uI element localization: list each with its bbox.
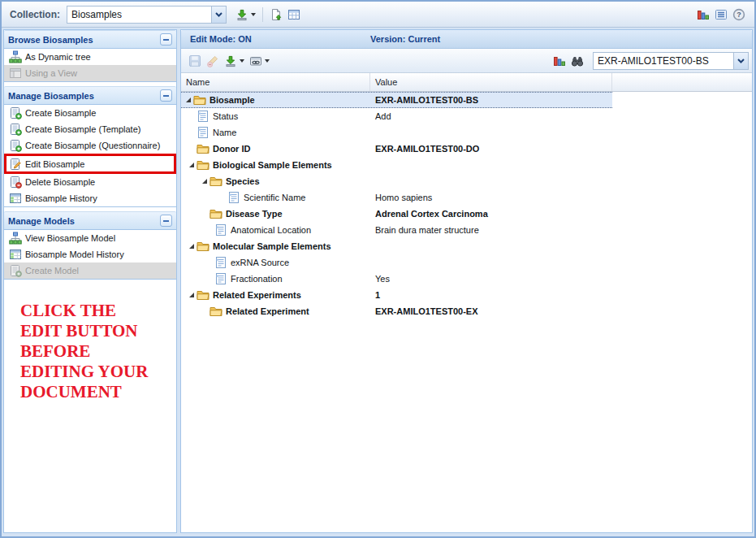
chevron-down-icon (737, 59, 745, 63)
tree-grid-body: BiosampleEXR-AMILO1TEST00-BSStatusAddNam… (181, 92, 752, 319)
tree-node-label: Disease Type (226, 209, 283, 219)
tree-cell-name: Species (181, 175, 370, 188)
expand-arrow-icon[interactable] (186, 290, 197, 301)
sidebar-item-create-biosample-questionnaire[interactable]: Create Biosample (Questionnaire) (4, 137, 176, 154)
sidebar-item-view-biosample-model[interactable]: View Biosample Model (4, 230, 176, 246)
tree-cell-name: Scientific Name (181, 191, 370, 204)
doc-delete-icon (9, 176, 22, 189)
tree-row-molecular-sample-elements[interactable]: Molecular Sample Elements (181, 238, 612, 254)
download-button[interactable] (233, 6, 258, 24)
sidebar-item-using-a-view: Using a View (4, 65, 176, 81)
sidebar-item-label: View Biosample Model (25, 233, 115, 243)
expand-arrow-icon[interactable] (186, 241, 197, 252)
panel-browse-biosamples: Browse Biosamples As Dynamic treeUsing a… (4, 30, 176, 82)
tree-cell-name: Disease Type (181, 207, 370, 220)
expand-arrow-icon[interactable] (199, 176, 210, 187)
tree-cell-name: Molecular Sample Elements (181, 240, 370, 253)
tree-row-donor-id[interactable]: Donor IDEXR-AMILO1TEST00-DO (181, 141, 612, 157)
sidebar-item-label: Create Biosample (Template) (25, 124, 140, 134)
tree-row-status[interactable]: StatusAdd (181, 108, 612, 124)
tree-cell-name: Name (181, 126, 370, 139)
leaf-icon (214, 272, 227, 285)
tree-cell-value: Yes (370, 274, 612, 284)
expand-arrow-icon[interactable] (186, 160, 197, 171)
tree-node-label: Related Experiment (226, 306, 309, 316)
record-combobox-value: EXR-AMILO1TEST00-BS (594, 53, 733, 69)
tree-node-label: Species (226, 176, 260, 186)
main-panel: Edit Mode: ON Version: Current EXR-AMILO… (180, 29, 753, 533)
tree-node-label: Status (213, 111, 238, 121)
combobox-trigger-button[interactable] (211, 7, 226, 23)
tree-cell-name: Anatomical Location (181, 223, 370, 236)
table-grid-button[interactable] (285, 6, 303, 24)
top-right-buttons: ? (694, 6, 748, 24)
annotation-note-line: EDITING YOUR (20, 362, 176, 382)
help-icon: ? (732, 8, 745, 21)
tree-row-anatomical-location[interactable]: Anatomical LocationBrain dura mater stru… (181, 222, 612, 238)
folder-icon (210, 175, 222, 188)
tree-cell-name: Related Experiment (181, 305, 370, 318)
tree-row-fractionation[interactable]: FractionationYes (181, 271, 612, 287)
panel-body: As Dynamic treeUsing a View (4, 49, 176, 81)
tree-row-disease-type[interactable]: Disease TypeAdrenal Cortex Carcinoma (181, 206, 612, 222)
tree-indent (204, 258, 214, 268)
download-icon (224, 54, 237, 67)
version-status: Version: Current (370, 34, 440, 44)
bar-chart-button[interactable] (694, 6, 712, 24)
expand-arrow-icon[interactable] (183, 95, 193, 106)
leaf-icon (227, 191, 240, 204)
column-header-filler (612, 73, 752, 91)
binoculars-button[interactable] (568, 52, 586, 70)
download-button[interactable] (222, 52, 247, 70)
list-view-button[interactable] (712, 6, 730, 24)
sidebar-item-biosample-history[interactable]: Biosample History (4, 190, 176, 206)
tree-node-label: Related Experiments (213, 290, 301, 300)
collapse-icon[interactable] (160, 89, 172, 102)
upload-page-button[interactable] (267, 6, 285, 24)
tree-row-related-experiment[interactable]: Related ExperimentEXR-AMILO1TEST00-EX (181, 303, 612, 319)
combobox-trigger-button[interactable] (733, 53, 748, 69)
record-combobox[interactable]: EXR-AMILO1TEST00-BS (593, 52, 749, 70)
tree-node-label: Biosample (210, 95, 255, 105)
help-button[interactable]: ? (730, 6, 748, 24)
panel-manage-models: Manage Models View Biosample ModelBiosam… (4, 211, 176, 280)
doc-add-icon (9, 264, 22, 277)
sidebar-item-create-biosample[interactable]: Create Biosample (4, 105, 176, 121)
tree-row-scientific-name[interactable]: Scientific NameHomo sapiens (181, 189, 612, 206)
tree-row-species[interactable]: Species (181, 173, 612, 189)
panel-title: Manage Biosamples (8, 91, 160, 101)
leaf-icon (214, 256, 227, 269)
tree-row-related-experiments[interactable]: Related Experiments1 (181, 287, 612, 303)
sidebar-item-biosample-model-history[interactable]: Biosample Model History (4, 246, 176, 262)
toolbar-separator (262, 7, 263, 22)
panel-body: Create BiosampleCreate Biosample (Templa… (4, 105, 176, 206)
sidebar-item-label: Delete Biosample (25, 177, 95, 187)
sidebar-item-delete-biosample[interactable]: Delete Biosample (4, 174, 176, 190)
column-header-value[interactable]: Value (370, 73, 612, 91)
sidebar-item-label: Create Biosample (25, 108, 96, 118)
tree-row-exrna-source[interactable]: exRNA Source (181, 254, 612, 271)
view-icon (9, 67, 22, 80)
sidebar-item-edit-biosample[interactable]: Edit Biosample (4, 154, 176, 174)
export-window-button[interactable] (247, 52, 272, 70)
edit-mode-status: Edit Mode: ON (190, 34, 370, 44)
column-header-name[interactable]: Name (181, 73, 370, 91)
tree-row-biological-sample-elements[interactable]: Biological Sample Elements (181, 157, 612, 173)
tree-row-biosample[interactable]: BiosampleEXR-AMILO1TEST00-BS (181, 92, 612, 108)
collapse-icon[interactable] (160, 33, 172, 46)
tree-node-label: Donor ID (213, 144, 250, 154)
bar-chart-button[interactable] (551, 52, 568, 70)
collapse-icon[interactable] (160, 215, 172, 227)
collection-combobox[interactable]: Biosamples (67, 6, 227, 24)
tree-row-name[interactable]: Name (181, 124, 612, 141)
sidebar-item-create-biosample-template[interactable]: Create Biosample (Template) (4, 121, 176, 137)
panel-header: Manage Biosamples (4, 86, 176, 105)
tree-node-label: Anatomical Location (231, 225, 311, 235)
chevron-down-icon (215, 12, 222, 17)
main-panel-header: Edit Mode: ON Version: Current (181, 30, 752, 49)
folder-icon (210, 305, 222, 318)
folder-icon (197, 158, 210, 171)
sidebar-item-as-dynamic-tree[interactable]: As Dynamic tree (4, 49, 176, 65)
tree-cell-name: Biological Sample Elements (181, 158, 370, 171)
binoculars-icon (571, 54, 584, 67)
